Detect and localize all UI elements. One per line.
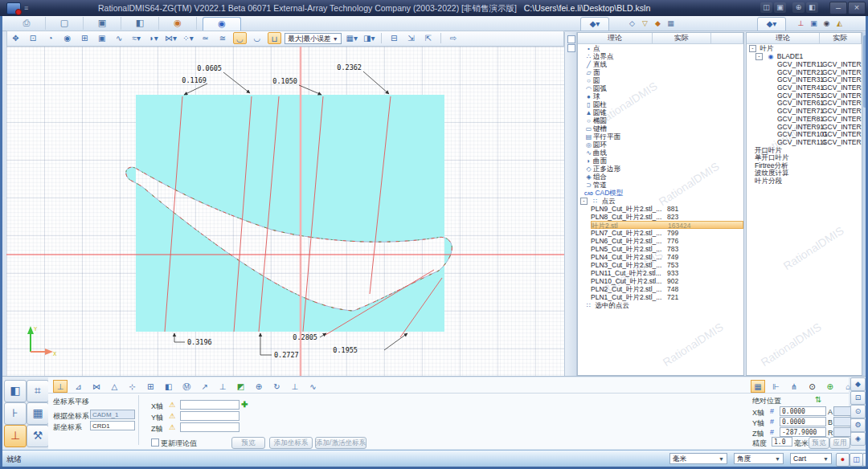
tree-item-analysis[interactable]: 单开口叶片 [747, 153, 862, 161]
ribbon-tab-measure[interactable]: ◉ [159, 17, 197, 30]
tree-item-gcv-section[interactable]: GCV_INTER51GCV_INTER51 [747, 92, 862, 100]
tree-item-point-cloud[interactable]: PLN9_Cut_叶片2.stl_...881 [591, 205, 743, 213]
tree-item-feature[interactable]: ◇正多边形 [584, 165, 743, 173]
tree-item-cad-model[interactable]: CAD CAD模型 [578, 189, 743, 197]
add-position-icon[interactable]: ⊕ [823, 381, 837, 394]
position-apply-button[interactable]: 应用 [829, 437, 850, 449]
quick-menu-icon[interactable]: ≡ [24, 4, 34, 12]
stamp-tool-icon[interactable]: ◆ [850, 377, 866, 391]
axes-mini-icon[interactable]: ⊥ [796, 18, 806, 29]
device-icon[interactable]: ◈ [850, 432, 866, 446]
new-csys-field[interactable] [90, 421, 135, 430]
update-theory-checkbox[interactable] [151, 438, 159, 447]
save-result-icon[interactable]: ⇱ [422, 32, 436, 44]
tree-item-analysis[interactable]: Firtree分析 [747, 161, 862, 169]
csys-green-cube-icon[interactable]: ◩ [234, 381, 248, 394]
left-panel-tab-icon[interactable]: ◆▾ [580, 17, 609, 31]
tree-item-analysis[interactable]: 波纹度计算 [747, 169, 862, 177]
tree-item-gcv-section[interactable]: GCV_INTER91GCV_INTER91 [747, 123, 862, 131]
csys-rotate-icon[interactable]: ⊿ [71, 381, 85, 394]
scan-grid-icon[interactable]: ⋈▾ [164, 32, 178, 44]
tree-item-feature[interactable]: ⊃管道 [584, 181, 743, 189]
tree-item-feature[interactable]: ◠圆弧 [584, 84, 743, 92]
probe-direction-icon[interactable]: ⊩ [768, 381, 783, 394]
error-mode-dropdown[interactable]: 最大|最小误差 ▼ [285, 33, 342, 44]
minimize-button[interactable]: – [829, 2, 847, 14]
ref-csys-field[interactable] [90, 410, 135, 419]
mouse-tool-icon[interactable]: ⊡ [850, 391, 866, 405]
tree-item-gcv-section[interactable]: GCV_INTER11GCV_INTER11 [747, 60, 862, 68]
tree-item-gcv-section[interactable]: GCV_INTER111GCV_INTER111 [747, 138, 862, 146]
caliper-mode-button[interactable]: ⌗ [27, 380, 49, 402]
units-page-icon[interactable]: ◫ [850, 453, 863, 467]
tree-item-blade1[interactable]: - ◉ BLADE1 [747, 52, 862, 60]
theory-column-header[interactable]: 理论 [578, 33, 653, 43]
tree-item-point-cloud[interactable]: 叶片2.stl163424 [591, 221, 743, 229]
joystick-icon[interactable]: ⊙ [805, 381, 819, 394]
tree-item-point-cloud[interactable]: PLN5_Cut_叶片2.stl_...783 [591, 245, 743, 253]
csys-axis-icon[interactable]: ⊹ [125, 381, 140, 394]
flag-icon[interactable]: ◭ [834, 18, 845, 29]
scan-points-icon[interactable]: ⁘▾ [182, 32, 195, 44]
ribbon-tab-model[interactable]: ◧ [121, 17, 159, 30]
tree-item-feature[interactable]: •点 [584, 44, 743, 52]
angle-value-field[interactable] [833, 406, 851, 416]
tree-item-feature[interactable]: ▯圆柱 [584, 100, 743, 108]
tree-item-gcv-section[interactable]: GCV_INTER41GCV_INTER41 [747, 84, 862, 92]
theory-column-header[interactable]: 理论 [747, 33, 820, 43]
import-icon[interactable]: ⇲ [404, 32, 418, 44]
scan-curve-icon[interactable]: ∿ [113, 32, 126, 44]
add-value-icon[interactable]: ✚ [241, 400, 248, 409]
report-image-icon[interactable]: ◨▾ [362, 32, 376, 44]
tree-item-point-cloud[interactable]: PLN10_Cut_叶片2.stl...902 [591, 277, 743, 285]
add-csys-button[interactable]: 添加坐标系 [269, 437, 313, 449]
tree-item-point-cloud-root[interactable]: - ∷ 点云 [578, 197, 743, 205]
tree-item-analysis[interactable]: 叶片分段 [747, 177, 862, 185]
cad-viewport[interactable]: 0.1169 0.0605 0.1050 0.2362 0.3196 0.272… [6, 47, 564, 376]
csys-mirror-icon[interactable]: ⋈ [89, 381, 104, 394]
magnifier-icon[interactable]: ⊙ [850, 405, 866, 418]
ribbon-tab-blade[interactable]: ◉ [203, 17, 241, 31]
curve-compare-icon[interactable]: ≃ [199, 32, 212, 44]
grid-view-icon[interactable]: ▦ [665, 18, 676, 29]
tools-mode-button[interactable]: ⚒ [27, 425, 49, 447]
machine-status-icon[interactable]: ◧ [806, 2, 818, 13]
tree-item-feature[interactable]: ▭键槽 [584, 124, 743, 133]
preview-button[interactable]: 预览 [231, 437, 265, 449]
curve-fit-icon[interactable]: ≅ [215, 32, 229, 44]
probe-ball-icon[interactable]: ● [836, 453, 850, 467]
csys-rsp-icon[interactable]: ⊥ [288, 381, 302, 394]
tree-item-feature[interactable]: ▤平行平面 [584, 133, 743, 141]
scan-section-icon[interactable]: ≈▾ [129, 32, 143, 44]
position-grid-icon[interactable]: ▦ [751, 380, 765, 393]
csys-iterate-icon[interactable]: ↻ [269, 381, 284, 394]
collapse-expander-icon[interactable]: - [755, 53, 763, 60]
ribbon-tab-window[interactable]: ▣ [84, 17, 121, 30]
tree-item-point-cloud[interactable]: PLN8_Cut_叶片2.stl_...823 [591, 213, 743, 221]
tree-item-gcv-section[interactable]: GCV_INTER31GCV_INTER31 [747, 75, 862, 84]
export-table-icon[interactable]: ⊟ [387, 32, 401, 44]
tree-item-point-cloud[interactable]: PLN2_Cut_叶片2.stl_...748 [591, 285, 743, 293]
section-compare-icon[interactable]: ◡ [233, 32, 247, 44]
zoom-window-icon[interactable]: ⊡ [26, 32, 39, 44]
export-icon[interactable]: ⇨ [446, 32, 460, 44]
coordinate-mode-button[interactable]: ⊥ [4, 425, 27, 447]
tree-item-point-cloud[interactable]: PLN6_Cut_叶片2.stl_...776 [591, 237, 743, 245]
position-value-field[interactable] [780, 417, 826, 426]
csys-origin-icon[interactable]: ⊥ [215, 381, 230, 394]
csys-matrix-icon[interactable]: Ⓜ [179, 381, 194, 394]
funnel-icon[interactable]: ▽ [640, 18, 650, 29]
close-button[interactable]: × [848, 2, 866, 14]
coordinate-dropdown[interactable]: Cart▼ [790, 453, 832, 464]
csys-321-icon[interactable]: △ [107, 381, 121, 394]
position-value-field[interactable] [780, 427, 826, 437]
section-view-icon[interactable]: ◡ [250, 32, 264, 44]
tree-item-feature[interactable]: ∿曲线 [584, 149, 743, 157]
csys-plane-icon[interactable]: ⊞ [143, 381, 158, 394]
add-activate-csys-button[interactable]: 添加/激活坐标系 [315, 437, 366, 449]
grab-icon[interactable]: ◔ [43, 32, 57, 44]
tree-item-point-cloud[interactable]: PLN11_Cut_叶片2.stl...933 [591, 269, 743, 277]
tree-item-point-cloud[interactable]: PLN3_Cut_叶片2.stl_...753 [591, 261, 743, 269]
csys-align-icon[interactable]: ⊕ [252, 381, 266, 394]
tree-item-point-cloud[interactable]: PLN1_Cut_叶片2.stl_...721 [591, 293, 743, 301]
